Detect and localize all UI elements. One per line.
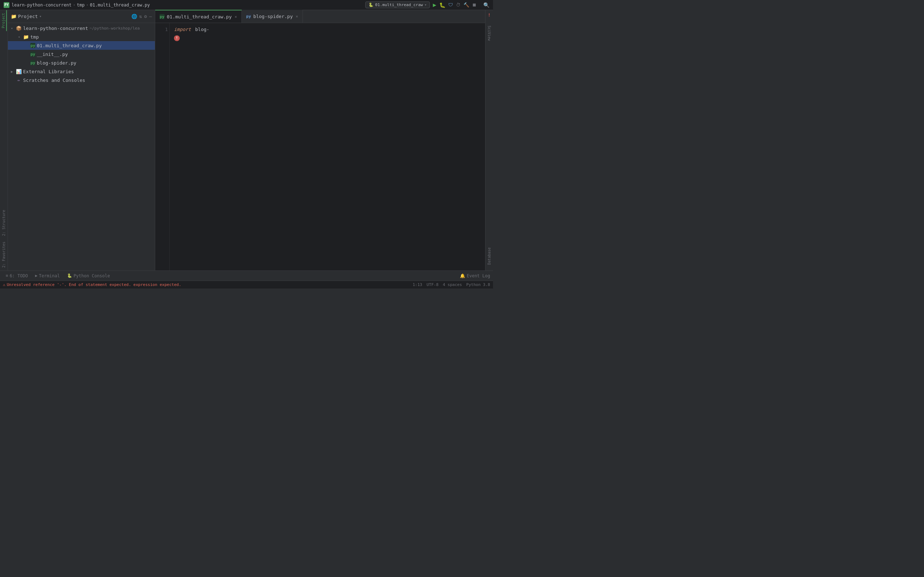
status-encoding[interactable]: UTF-8 — [426, 282, 439, 287]
project-dropdown-icon[interactable]: ▾ — [39, 14, 42, 19]
project-panel-header: 📁 Project ▾ 🌐 ⇅ ⚙ – — [8, 10, 155, 23]
search-icon[interactable]: 🔍 — [483, 2, 489, 8]
title-right: 🐍 01.multi_thread_craw ▾ ▶ 🐛 🛡 ⏱ 🔨 ⏹ 🔍 — [365, 2, 489, 8]
build-button[interactable]: 🔨 — [464, 2, 469, 8]
right-error-icon: ! — [485, 10, 493, 20]
breadcrumb: learn-python-concurrent › tmp › 01.multi… — [11, 3, 150, 8]
editor-content: 1 import blog- ! — [155, 23, 485, 271]
file-tree: ▾ 📦 learn-python-concurrent ~/python-wor… — [8, 23, 155, 271]
project-title[interactable]: 📁 Project ▾ — [11, 14, 42, 19]
tree-arrow-root: ▾ — [11, 26, 15, 30]
status-error-text: Unresolved reference '-'. End of stateme… — [7, 282, 181, 287]
py-file-icon-1: py — [30, 43, 36, 48]
sidebar-item-project[interactable]: Project — [1, 10, 7, 31]
collapse-icon[interactable]: ⇅ — [139, 14, 142, 19]
status-python-version[interactable]: Python 3.8 — [466, 282, 490, 287]
editor-area: py 01.multi_thread_craw.py ✕ py blog-spi… — [155, 10, 485, 271]
sidebar-item-favorites[interactable]: 2: Favorites — [1, 239, 6, 271]
code-line-1: import blog- — [174, 26, 481, 34]
line-numbers: 1 — [155, 23, 170, 271]
py-file-icon-2: py — [30, 52, 36, 56]
module-name: blog- — [192, 26, 209, 34]
scratches-icon: ✏ — [16, 77, 22, 82]
tree-item-file3[interactable]: ▶ py blog-spider.py — [8, 58, 155, 67]
tree-item-file2[interactable]: ▶ py __init__.py — [8, 50, 155, 58]
right-error-badge: ! — [488, 12, 491, 18]
tree-item-extlibs[interactable]: ▶ 📊 External Libraries — [8, 67, 155, 76]
right-tab-database[interactable]: Database — [486, 245, 492, 267]
breadcrumb-sep1: › — [73, 3, 76, 7]
tab-multi-thread[interactable]: py 01.multi_thread_craw.py ✕ — [155, 10, 242, 23]
tree-label-file3: blog-spider.py — [37, 60, 76, 66]
settings-icon[interactable]: ⚙ — [144, 14, 147, 19]
keyword-import: import — [174, 26, 191, 34]
py-file-icon-3: py — [30, 60, 36, 65]
app-icon: PY — [3, 2, 10, 8]
status-error-icon: ⚠ — [3, 282, 5, 287]
python-console-icon: 🐍 — [67, 273, 72, 278]
breadcrumb-folder[interactable]: tmp — [77, 3, 85, 8]
breadcrumb-file[interactable]: 01.multi_thread_craw.py — [90, 3, 150, 8]
tab-blog-spider[interactable]: py blog-spider.py ✕ — [242, 10, 303, 23]
status-position[interactable]: 1:13 — [412, 282, 422, 287]
tab-close-2[interactable]: ✕ — [296, 14, 298, 19]
title-bar: PY learn-python-concurrent › tmp › 01.mu… — [0, 0, 493, 10]
bottom-tabs: ≡ 6: TODO ▶ Terminal 🐍 Python Console 🔔 … — [0, 271, 493, 280]
status-indent[interactable]: 4 spaces — [443, 282, 462, 287]
bottom-tab-todo[interactable]: ≡ 6: TODO — [3, 272, 31, 279]
todo-label: 6: TODO — [10, 273, 28, 279]
coverage-button[interactable]: 🛡 — [448, 2, 453, 8]
extlibs-icon: 📊 — [16, 69, 22, 74]
project-label: Project — [18, 14, 38, 19]
profile-button[interactable]: ⏱ — [456, 2, 460, 8]
status-right: 1:13 UTF-8 4 spaces Python 3.8 — [412, 282, 490, 287]
status-bar: ⚠ Unresolved reference '-'. End of state… — [0, 280, 493, 288]
tab-py-icon-1: py — [160, 14, 165, 19]
sync-icon[interactable]: 🌐 — [131, 14, 137, 19]
tree-item-file1[interactable]: ▶ py 01.multi_thread_craw.py — [8, 41, 155, 50]
run-config-icon: 🐍 — [368, 3, 373, 7]
error-indicator: ! — [174, 35, 180, 41]
tab-py-icon-2: py — [246, 14, 251, 19]
tab-close-1[interactable]: ✕ — [234, 15, 237, 19]
run-config-dropdown[interactable]: ▾ — [425, 3, 427, 7]
tree-label-file2: __init__.py — [37, 52, 68, 57]
line-number-1: 1 — [157, 26, 168, 34]
bottom-tab-terminal[interactable]: ▶ Terminal — [32, 272, 63, 279]
minimize-icon[interactable]: – — [149, 14, 152, 19]
tree-label-file1: 01.multi_thread_craw.py — [37, 43, 102, 48]
sidebar-item-structure[interactable]: 2: Structure — [1, 207, 6, 239]
project-panel: 📁 Project ▾ 🌐 ⇅ ⚙ – ▾ 📦 learn-python-con… — [8, 10, 155, 271]
event-log-label[interactable]: Event Log — [467, 273, 490, 279]
run-config-label: 01.multi_thread_craw — [375, 3, 423, 7]
todo-icon: ≡ — [6, 273, 8, 278]
status-error-message: ⚠ Unresolved reference '-'. End of state… — [3, 282, 181, 287]
tree-label-extlibs: External Libraries — [23, 69, 74, 74]
right-tab-sciview[interactable]: SciView — [486, 23, 492, 43]
stop-button[interactable]: ⏹ — [472, 2, 477, 8]
tree-arrow-extlibs: ▶ — [11, 69, 15, 74]
tree-arrow-tmp: ▾ — [18, 35, 23, 39]
bottom-tab-python-console[interactable]: 🐍 Python Console — [64, 272, 113, 279]
run-config-box[interactable]: 🐍 01.multi_thread_craw ▾ — [365, 2, 430, 8]
project-folder-icon: 📁 — [11, 14, 16, 19]
tab-label-2: blog-spider.py — [254, 14, 293, 19]
tree-item-root[interactable]: ▾ 📦 learn-python-concurrent ~/python-wor… — [8, 24, 155, 32]
right-strip: ! SciView Database — [485, 10, 493, 271]
tree-item-tmp[interactable]: ▾ 📁 tmp — [8, 32, 155, 41]
event-log-area: 🔔 Event Log — [460, 273, 490, 279]
tab-label-1: 01.multi_thread_craw.py — [167, 14, 232, 19]
root-folder-icon: 📦 — [16, 26, 22, 31]
python-console-label: Python Console — [74, 273, 110, 279]
main-layout: Project 2: Structure 2: Favorites 📁 Proj… — [0, 10, 493, 271]
breadcrumb-sep2: › — [86, 3, 89, 7]
tree-item-scratches[interactable]: ▶ ✏ Scratches and Consoles — [8, 76, 155, 84]
tree-sublabel-root: ~/python-workshop/lea — [89, 26, 140, 31]
debug-button[interactable]: 🐛 — [439, 2, 446, 8]
code-area[interactable]: import blog- ! — [170, 23, 485, 271]
event-log-icon: 🔔 — [460, 273, 465, 279]
left-vertical-tabs: Project 2: Structure 2: Favorites — [0, 10, 8, 271]
breadcrumb-project[interactable]: learn-python-concurrent — [11, 3, 71, 8]
error-marker-line: ! — [174, 34, 481, 42]
run-button[interactable]: ▶ — [433, 2, 436, 8]
